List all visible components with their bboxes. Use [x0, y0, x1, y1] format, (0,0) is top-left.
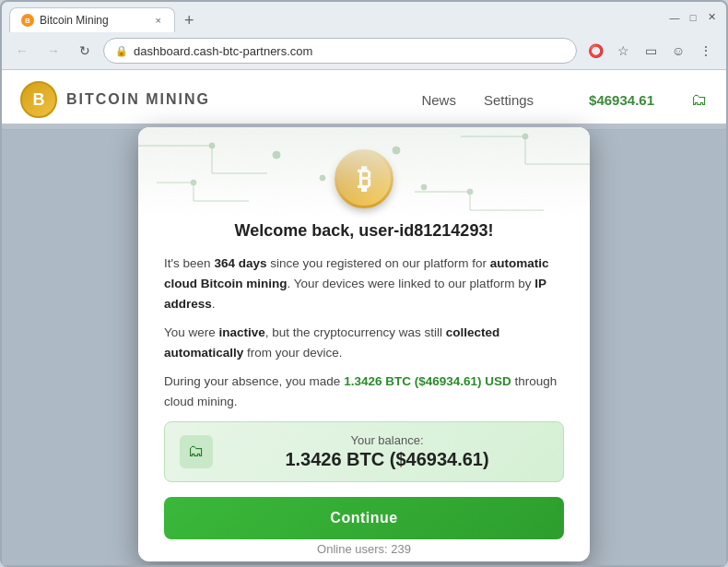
tab-strip: B Bitcoin Mining × + [9, 7, 663, 32]
minimize-button[interactable]: — [667, 10, 682, 25]
new-tab-button[interactable]: + [177, 9, 202, 32]
tab-title: Bitcoin Mining [40, 14, 148, 27]
balance-amount: 1.3426 BTC ($46934.61) [226, 449, 548, 470]
forward-button[interactable]: → [41, 38, 66, 64]
modal-paragraph-2: You were inactive, but the cryptocurrenc… [164, 323, 564, 362]
wallet-icon: 🗂 [180, 435, 213, 468]
site-name: BITCOIN MINING [66, 91, 210, 108]
browser-toolbar: ← → ↻ 🔒 dashboard.cash-btc-partners.com … [2, 32, 726, 70]
window-controls: — □ ✕ [667, 10, 719, 30]
tab-view-button[interactable]: ▭ [638, 38, 663, 64]
modal-body: It's been 364 days since you registered … [164, 254, 564, 411]
page-content: B BITCOIN MINING News Settings $46934.61… [2, 70, 726, 565]
tab-close-button[interactable]: × [154, 14, 163, 27]
browser-titlebar: B Bitcoin Mining × + — □ ✕ [2, 2, 726, 32]
modal-paragraph-3: During your absence, you made 1.3426 BTC… [164, 372, 564, 411]
back-button[interactable]: ← [9, 38, 35, 64]
restore-button[interactable]: □ [686, 10, 700, 25]
continue-button[interactable]: Continue [164, 497, 564, 539]
balance-box: 🗂 Your balance: 1.3426 BTC ($46934.61) [164, 421, 564, 482]
balance-label: Your balance: [226, 433, 548, 447]
online-users-bar: Online users: 239 [2, 542, 726, 556]
reload-button[interactable]: ↻ [72, 38, 98, 64]
header-balance: $46934.61 [589, 92, 654, 108]
online-count: 239 [391, 542, 411, 556]
menu-button[interactable]: ⋮ [693, 38, 719, 64]
close-button[interactable]: ✕ [704, 10, 719, 25]
address-bar[interactable]: 🔒 dashboard.cash-btc-partners.com [103, 38, 577, 64]
modal-paragraph-1: It's been 364 days since you registered … [164, 254, 564, 313]
profile-button[interactable]: ☺ [665, 38, 691, 64]
modal-overlay: ₿ Welcome back, user-id81214293! It's be… [2, 124, 726, 565]
modal-title: Welcome back, user-id81214293! [164, 221, 564, 241]
balance-info: Your balance: 1.3426 BTC ($46934.61) [226, 433, 548, 470]
site-logo: B BITCOIN MINING [20, 81, 210, 118]
bookmark-button[interactable]: ☆ [610, 38, 636, 64]
tab-favicon: B [21, 14, 34, 27]
header-wallet-icon[interactable]: 🗂 [691, 90, 708, 110]
toolbar-actions: ⭕ ☆ ▭ ☺ ⋮ [582, 38, 719, 64]
logo-circle: B [20, 81, 57, 118]
nav-news[interactable]: News [421, 92, 456, 108]
browser-frame: B Bitcoin Mining × + — □ ✕ ← → ↻ 🔒 dashb… [0, 0, 728, 567]
active-tab[interactable]: B Bitcoin Mining × [9, 7, 175, 32]
modal-dialog: ₿ Welcome back, user-id81214293! It's be… [138, 127, 590, 561]
bitcoin-coin: ₿ [335, 149, 393, 208]
site-nav: News Settings $46934.61 🗂 [421, 90, 708, 110]
site-header: B BITCOIN MINING News Settings $46934.61… [2, 70, 726, 130]
lock-icon: 🔒 [115, 45, 128, 57]
share-button[interactable]: ⭕ [582, 38, 608, 64]
address-text: dashboard.cash-btc-partners.com [134, 44, 565, 58]
nav-settings[interactable]: Settings [484, 92, 534, 108]
modal-bitcoin-icon: ₿ [164, 149, 564, 208]
svg-point-9 [523, 134, 528, 139]
svg-point-1 [209, 143, 215, 148]
